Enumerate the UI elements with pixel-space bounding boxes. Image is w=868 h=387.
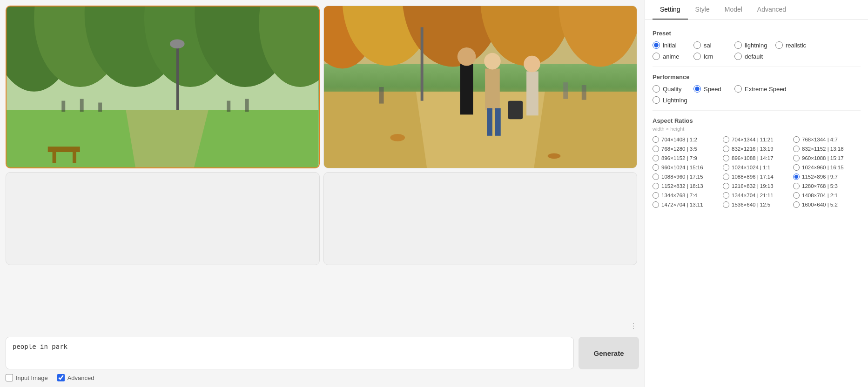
aspect-704x1408[interactable]: 704×1408 | 1:2 (653, 136, 720, 143)
preset-radio-default[interactable] (734, 53, 742, 60)
aspect-1600x640[interactable]: 1600×640 | 5:2 (793, 201, 861, 208)
aspect-1280x768[interactable]: 1280×768 | 5:3 (793, 183, 861, 189)
image-cell-4[interactable] (323, 172, 638, 265)
aspect-radio-896x1152[interactable] (653, 155, 659, 161)
aspect-1088x960[interactable]: 1088×960 | 17:15 (653, 173, 720, 180)
aspect-832x1152[interactable]: 832×1152 | 13:18 (793, 146, 861, 152)
aspect-768x1280[interactable]: 768×1280 | 3:5 (653, 146, 720, 152)
aspect-radio-896x1088[interactable] (723, 155, 729, 161)
aspect-radio-768x1344[interactable] (793, 136, 800, 143)
perf-option-lightning[interactable]: Lightning (653, 96, 690, 104)
aspect-896x1152[interactable]: 896×1152 | 7:9 (653, 155, 720, 161)
aspect-1536x640[interactable]: 1536×640 | 12:5 (723, 201, 790, 208)
input-image-label[interactable]: Input Image (6, 374, 48, 381)
aspect-1344x704[interactable]: 1344×704 | 21:11 (723, 192, 790, 199)
generate-button[interactable]: Generate (579, 337, 639, 369)
perf-radio-extreme[interactable] (734, 85, 742, 93)
aspect-label-1408x704: 1408×704 | 2:1 (802, 193, 838, 198)
aspect-704x1344[interactable]: 704×1344 | 11:21 (723, 136, 790, 143)
perf-option-speed[interactable]: Speed (693, 85, 731, 93)
aspect-ratios-title: Aspect Ratios (653, 117, 861, 124)
aspect-radio-1600x640[interactable] (793, 201, 800, 208)
preset-radio-sai[interactable] (693, 41, 701, 49)
aspect-1024x1024[interactable]: 1024×1024 | 1:1 (723, 164, 790, 171)
svg-point-28 (547, 153, 560, 159)
preset-option-initial[interactable]: initial (653, 41, 690, 49)
aspect-radio-1536x640[interactable] (723, 201, 729, 208)
aspect-768x1344[interactable]: 768×1344 | 4:7 (793, 136, 861, 143)
performance-radio-group-2: Lightning (653, 96, 861, 104)
preset-radio-anime[interactable] (653, 53, 660, 60)
aspect-radio-1408x704[interactable] (793, 192, 800, 199)
park-image-2 (324, 6, 637, 168)
aspect-radio-1152x896[interactable] (793, 173, 800, 180)
preset-radio-lcm[interactable] (693, 53, 701, 60)
aspect-960x1024[interactable]: 960×1024 | 15:16 (653, 164, 720, 171)
aspect-1088x896[interactable]: 1088×896 | 17:14 (723, 173, 790, 180)
preset-label-lightning: lightning (745, 42, 767, 49)
aspect-radio-1280x768[interactable] (793, 183, 800, 189)
preset-label-default: default (745, 53, 763, 60)
aspect-1472x704[interactable]: 1472×704 | 13:11 (653, 201, 720, 208)
aspect-1152x896[interactable]: 1152×896 | 9:7 (793, 173, 861, 180)
preset-title: Preset (653, 30, 861, 37)
preset-label-initial: initial (663, 42, 677, 49)
aspect-radio-960x1024[interactable] (653, 164, 659, 171)
tab-advanced[interactable]: Advanced (750, 0, 794, 20)
preset-label-anime: anime (663, 53, 679, 60)
tab-model[interactable]: Model (717, 0, 750, 20)
divider-1 (653, 67, 861, 67)
aspect-radio-960x1088[interactable] (793, 155, 800, 161)
tab-style[interactable]: Style (688, 0, 717, 20)
preset-radio-lightning[interactable] (734, 41, 742, 49)
preset-option-realistic[interactable]: realistic (775, 41, 813, 49)
aspect-radio-1088x896[interactable] (723, 173, 729, 180)
advanced-checkbox[interactable] (57, 374, 65, 381)
image-cell-3[interactable] (6, 172, 320, 265)
svg-point-27 (390, 134, 405, 141)
perf-option-extreme[interactable]: Extreme Speed (734, 85, 790, 93)
aspect-832x1216[interactable]: 832×1216 | 13:19 (723, 146, 790, 152)
aspect-1344x768[interactable]: 1344×768 | 7:4 (653, 192, 720, 199)
advanced-label[interactable]: Advanced (57, 374, 94, 381)
aspect-1216x832[interactable]: 1216×832 | 19:13 (723, 183, 790, 189)
aspect-896x1088[interactable]: 896×1088 | 14:17 (723, 155, 790, 161)
aspect-radio-704x1344[interactable] (723, 136, 729, 143)
perf-radio-lightning[interactable] (653, 96, 660, 104)
aspect-radio-1344x768[interactable] (653, 192, 659, 199)
aspect-radio-768x1280[interactable] (653, 146, 659, 152)
input-image-checkbox[interactable] (6, 374, 13, 381)
preset-option-lcm[interactable]: lcm (693, 53, 731, 60)
aspect-radio-832x1152[interactable] (793, 146, 800, 152)
aspect-radio-1472x704[interactable] (653, 201, 659, 208)
preset-option-sai[interactable]: sai (693, 41, 731, 49)
aspect-1024x960[interactable]: 1024×960 | 16:15 (793, 164, 861, 171)
aspect-radio-1024x1024[interactable] (723, 164, 729, 171)
aspect-radio-1152x832[interactable] (653, 183, 659, 189)
preset-option-lightning[interactable]: lightning (734, 41, 772, 49)
image-cell-2[interactable] (323, 6, 638, 168)
aspect-1408x704[interactable]: 1408×704 | 2:1 (793, 192, 861, 199)
perf-radio-quality[interactable] (653, 85, 660, 93)
aspect-960x1088[interactable]: 960×1088 | 15:17 (793, 155, 861, 161)
aspect-radio-1088x960[interactable] (653, 173, 659, 180)
aspect-1152x832[interactable]: 1152×832 | 18:13 (653, 183, 720, 189)
svg-rect-41 (581, 85, 586, 100)
aspect-radio-1024x960[interactable] (793, 164, 800, 171)
aspect-subtitle: width × height (653, 126, 861, 132)
aspect-radio-704x1408[interactable] (653, 136, 659, 143)
tab-setting[interactable]: Setting (653, 0, 688, 20)
preset-option-anime[interactable]: anime (653, 53, 690, 60)
prompt-input[interactable]: people in park (6, 337, 574, 369)
preset-radio-initial[interactable] (653, 41, 660, 49)
perf-option-quality[interactable]: Quality (653, 85, 690, 93)
preset-option-default[interactable]: default (734, 53, 772, 60)
aspect-radio-832x1216[interactable] (723, 146, 729, 152)
aspect-label-1344x704: 1344×704 | 21:11 (732, 193, 774, 198)
aspect-radio-1344x704[interactable] (723, 192, 729, 199)
aspect-radio-1216x832[interactable] (723, 183, 729, 189)
perf-radio-speed[interactable] (693, 85, 701, 93)
input-image-text: Input Image (16, 374, 48, 381)
preset-radio-realistic[interactable] (775, 41, 783, 49)
image-cell-1[interactable] (6, 6, 320, 168)
